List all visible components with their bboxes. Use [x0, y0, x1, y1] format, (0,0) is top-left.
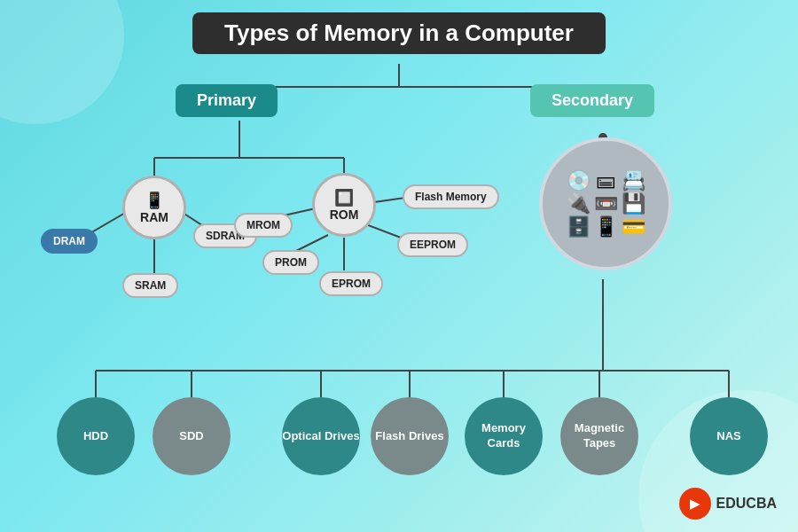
bottom-node-optical: Optical Drives — [282, 397, 360, 475]
ram-node: 📱 RAM — [122, 176, 186, 239]
memory-icon: 📱 — [594, 217, 618, 237]
educba-logo: ▶ EDUCBA — [679, 488, 777, 520]
educba-icon: ▶ — [679, 488, 711, 520]
sram-node: SRAM — [122, 273, 178, 298]
bottom-node-memory: Memory Cards — [465, 397, 543, 475]
eeprom-node: EEPROM — [397, 232, 468, 257]
prom-node: PROM — [262, 250, 319, 275]
secondary-node: Secondary — [530, 84, 654, 117]
ram-icon: 📱 — [145, 191, 164, 210]
dram-node: DRAM — [41, 229, 98, 254]
storage-icons: 💿 🖴 📇 🔌 📼 💾 🗄️ 📱 💳 — [559, 164, 653, 244]
primary-node: Primary — [176, 84, 278, 117]
educba-text: EDUCBA — [716, 496, 777, 512]
flash-memory-node: Flash Memory — [403, 184, 499, 209]
bottom-node-magnetic: Magnetic Tapes — [560, 397, 638, 475]
bottom-node-hdd: HDD — [57, 397, 135, 475]
mrom-node: MROM — [234, 213, 293, 238]
tape-icon: 📼 — [594, 194, 618, 214]
hdd-icon: 💿 — [567, 171, 591, 191]
bottom-node-nas: NAS — [690, 397, 768, 475]
eprom-node: EPROM — [319, 271, 383, 296]
ssd-icon: 💾 — [622, 194, 645, 214]
usb-icon: 🔌 — [567, 194, 591, 214]
rom-node: 🔲 ROM — [312, 173, 376, 237]
bottom-node-flash: Flash Drives — [371, 397, 449, 475]
sd-icon: 📇 — [622, 171, 645, 191]
bg-decoration-tl — [0, 0, 124, 124]
page-title: Types of Memory in a Computer — [224, 20, 574, 47]
title-bar: Types of Memory in a Computer — [192, 12, 606, 54]
secondary-storage-circle: 💿 🖴 📇 🔌 📼 💾 🗄️ 📱 💳 — [539, 137, 672, 270]
svg-line-14 — [364, 223, 401, 238]
hdd2-icon: 🖴 — [594, 171, 618, 191]
card-icon: 💳 — [622, 217, 645, 237]
drive-icon: 🗄️ — [567, 217, 591, 237]
rom-icon: 🔲 — [334, 188, 354, 207]
bottom-node-sdd: SDD — [153, 397, 231, 475]
